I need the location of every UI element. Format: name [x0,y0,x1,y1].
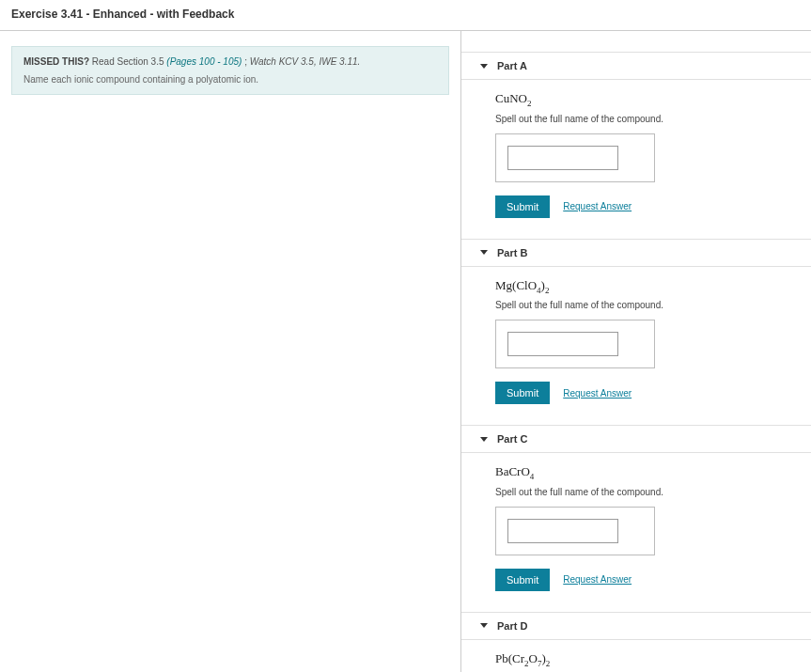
part-b-request-answer-link[interactable]: Request Answer [563,388,632,399]
part-d-formula: Pb(Cr2O7)2 [495,651,792,668]
page-header: Exercise 3.41 - Enhanced - with Feedback [0,0,811,31]
part-c-actions: Submit Request Answer [495,569,792,591]
part-d: Part D Pb(Cr2O7)2 Spell out the full nam… [461,612,811,672]
part-a-submit-button[interactable]: Submit [495,195,550,218]
part-a-actions: Submit Request Answer [495,195,792,218]
part-c: Part C BaCrO4 Spell out the full name of… [461,425,811,604]
pages-link[interactable]: (Pages 100 - 105) [166,56,242,67]
part-b-header[interactable]: Part B [461,239,811,267]
part-a-header[interactable]: Part A [461,52,811,80]
chevron-down-icon [480,437,488,442]
right-column: Part A CuNO2 Spell out the full name of … [460,31,811,672]
read-text: Read Section 3.5 [92,56,167,67]
part-b-body: Mg(ClO4)2 Spell out the full name of the… [461,267,811,418]
part-c-answer-input[interactable] [507,519,618,543]
watch-text: Watch KCV 3.5, IWE 3.11. [250,56,361,67]
part-d-header[interactable]: Part D [461,612,811,640]
part-d-body: Pb(Cr2O7)2 Spell out the full name of th… [461,640,811,672]
left-column: MISSED THIS? Read Section 3.5 (Pages 100… [0,31,460,672]
chevron-down-icon [480,623,488,628]
part-b-instruction: Spell out the full name of the compound. [495,300,792,310]
hint-instruction: Name each ionic compound containing a po… [23,74,437,85]
exercise-title: Exercise 3.41 - Enhanced - with Feedback [11,8,800,21]
part-b-answer-input[interactable] [507,332,618,356]
part-c-submit-button[interactable]: Submit [495,569,550,591]
part-d-title: Part D [497,620,527,632]
part-a-title: Part A [497,60,527,71]
part-b: Part B Mg(ClO4)2 Spell out the full name… [461,239,811,418]
part-b-title: Part B [497,247,527,258]
part-b-actions: Submit Request Answer [495,382,792,404]
chevron-down-icon [480,250,488,255]
hint-box: MISSED THIS? Read Section 3.5 (Pages 100… [11,46,449,95]
part-a-body: CuNO2 Spell out the full name of the com… [461,80,811,231]
part-c-answer-box [495,507,655,555]
part-c-instruction: Spell out the full name of the compound. [495,487,792,497]
part-a-answer-box [495,133,655,182]
part-b-submit-button[interactable]: Submit [495,382,550,404]
part-a-answer-input[interactable] [507,146,618,170]
page-root: Exercise 3.41 - Enhanced - with Feedback… [0,0,811,672]
chevron-down-icon [480,64,488,69]
missed-label: MISSED THIS? [23,56,89,67]
part-c-title: Part C [497,433,527,445]
hint-line-1: MISSED THIS? Read Section 3.5 (Pages 100… [23,56,437,67]
part-b-answer-box [495,320,655,368]
part-a-request-answer-link[interactable]: Request Answer [563,201,632,211]
part-c-formula: BaCrO4 [495,464,792,481]
part-a: Part A CuNO2 Spell out the full name of … [461,52,811,231]
part-c-body: BaCrO4 Spell out the full name of the co… [461,453,811,604]
part-a-instruction: Spell out the full name of the compound. [495,114,792,124]
part-a-formula: CuNO2 [495,91,792,108]
part-c-header[interactable]: Part C [461,425,811,453]
part-c-request-answer-link[interactable]: Request Answer [563,574,632,585]
content-area: MISSED THIS? Read Section 3.5 (Pages 100… [0,31,811,672]
part-b-formula: Mg(ClO4)2 [495,278,792,295]
